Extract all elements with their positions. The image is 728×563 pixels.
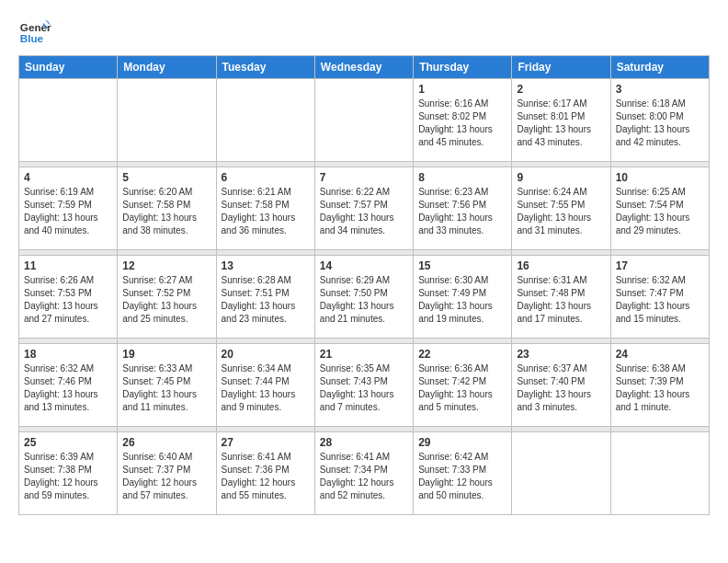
- day-info: Sunrise: 6:27 AM Sunset: 7:52 PM Dayligh…: [122, 274, 210, 326]
- day-info: Sunrise: 6:30 AM Sunset: 7:49 PM Dayligh…: [418, 274, 506, 326]
- day-info: Sunrise: 6:24 AM Sunset: 7:55 PM Dayligh…: [517, 186, 605, 237]
- day-info: Sunrise: 6:39 AM Sunset: 7:38 PM Dayligh…: [24, 451, 112, 502]
- day-cell: [216, 79, 314, 162]
- day-info: Sunrise: 6:16 AM Sunset: 8:02 PM Dayligh…: [418, 98, 506, 149]
- day-cell: 19Sunrise: 6:33 AM Sunset: 7:45 PM Dayli…: [118, 344, 216, 427]
- day-info: Sunrise: 6:29 AM Sunset: 7:50 PM Dayligh…: [320, 274, 408, 326]
- weekday-header-sunday: Sunday: [19, 56, 118, 79]
- day-info: Sunrise: 6:41 AM Sunset: 7:36 PM Dayligh…: [222, 451, 310, 502]
- day-info: Sunrise: 6:34 AM Sunset: 7:44 PM Dayligh…: [222, 362, 310, 414]
- day-info: Sunrise: 6:19 AM Sunset: 7:59 PM Dayligh…: [24, 186, 112, 237]
- day-number: 13: [222, 259, 310, 272]
- day-number: 11: [24, 259, 112, 272]
- day-cell: 4Sunrise: 6:19 AM Sunset: 7:59 PM Daylig…: [19, 167, 118, 250]
- day-info: Sunrise: 6:22 AM Sunset: 7:57 PM Dayligh…: [320, 186, 408, 237]
- day-info: Sunrise: 6:35 AM Sunset: 7:43 PM Dayligh…: [320, 362, 408, 414]
- day-cell: 13Sunrise: 6:28 AM Sunset: 7:51 PM Dayli…: [216, 256, 314, 339]
- day-cell: 14Sunrise: 6:29 AM Sunset: 7:50 PM Dayli…: [314, 256, 413, 339]
- day-number: 19: [122, 348, 210, 361]
- day-number: 15: [418, 259, 506, 272]
- day-cell: 5Sunrise: 6:20 AM Sunset: 7:58 PM Daylig…: [118, 167, 216, 250]
- logo-icon: General Blue: [18, 15, 51, 48]
- day-info: Sunrise: 6:42 AM Sunset: 7:33 PM Dayligh…: [418, 451, 506, 502]
- day-info: Sunrise: 6:32 AM Sunset: 7:47 PM Dayligh…: [616, 274, 704, 326]
- day-number: 18: [24, 348, 112, 361]
- weekday-header-thursday: Thursday: [414, 56, 512, 79]
- day-cell: 11Sunrise: 6:26 AM Sunset: 7:53 PM Dayli…: [19, 256, 118, 339]
- day-number: 24: [616, 348, 704, 361]
- day-number: 26: [122, 436, 210, 449]
- day-cell: 9Sunrise: 6:24 AM Sunset: 7:55 PM Daylig…: [512, 167, 610, 250]
- day-cell: [19, 79, 118, 162]
- day-cell: 2Sunrise: 6:17 AM Sunset: 8:01 PM Daylig…: [512, 79, 610, 162]
- day-number: 14: [320, 259, 408, 272]
- day-cell: 29Sunrise: 6:42 AM Sunset: 7:33 PM Dayli…: [414, 432, 512, 515]
- week-row-1: 4Sunrise: 6:19 AM Sunset: 7:59 PM Daylig…: [19, 167, 710, 250]
- day-info: Sunrise: 6:32 AM Sunset: 7:46 PM Dayligh…: [24, 362, 112, 414]
- weekday-header-wednesday: Wednesday: [314, 56, 413, 79]
- day-cell: 10Sunrise: 6:25 AM Sunset: 7:54 PM Dayli…: [610, 167, 709, 250]
- day-info: Sunrise: 6:37 AM Sunset: 7:40 PM Dayligh…: [517, 362, 605, 414]
- week-row-0: 1Sunrise: 6:16 AM Sunset: 8:02 PM Daylig…: [19, 79, 710, 162]
- day-info: Sunrise: 6:31 AM Sunset: 7:48 PM Dayligh…: [517, 274, 605, 326]
- day-number: 12: [122, 259, 210, 272]
- day-cell: 25Sunrise: 6:39 AM Sunset: 7:38 PM Dayli…: [19, 432, 118, 515]
- day-cell: [314, 79, 413, 162]
- day-number: 3: [616, 83, 704, 96]
- day-info: Sunrise: 6:18 AM Sunset: 8:00 PM Dayligh…: [616, 98, 704, 149]
- day-cell: 18Sunrise: 6:32 AM Sunset: 7:46 PM Dayli…: [19, 344, 118, 427]
- day-number: 7: [320, 171, 408, 184]
- day-cell: 26Sunrise: 6:40 AM Sunset: 7:37 PM Dayli…: [118, 432, 216, 515]
- weekday-header-monday: Monday: [118, 56, 216, 79]
- day-number: 16: [517, 259, 605, 272]
- day-number: 5: [122, 171, 210, 184]
- day-cell: 16Sunrise: 6:31 AM Sunset: 7:48 PM Dayli…: [512, 256, 610, 339]
- header: General Blue: [18, 15, 710, 48]
- day-info: Sunrise: 6:20 AM Sunset: 7:58 PM Dayligh…: [122, 186, 210, 237]
- day-cell: 6Sunrise: 6:21 AM Sunset: 7:58 PM Daylig…: [216, 167, 314, 250]
- day-cell: 15Sunrise: 6:30 AM Sunset: 7:49 PM Dayli…: [414, 256, 512, 339]
- day-cell: 28Sunrise: 6:41 AM Sunset: 7:34 PM Dayli…: [314, 432, 413, 515]
- day-cell: 12Sunrise: 6:27 AM Sunset: 7:52 PM Dayli…: [118, 256, 216, 339]
- day-number: 10: [616, 171, 704, 184]
- day-info: Sunrise: 6:26 AM Sunset: 7:53 PM Dayligh…: [24, 274, 112, 326]
- day-cell: 8Sunrise: 6:23 AM Sunset: 7:56 PM Daylig…: [414, 167, 512, 250]
- day-cell: 1Sunrise: 6:16 AM Sunset: 8:02 PM Daylig…: [414, 79, 512, 162]
- day-cell: 27Sunrise: 6:41 AM Sunset: 7:36 PM Dayli…: [216, 432, 314, 515]
- day-number: 28: [320, 436, 408, 449]
- day-cell: [512, 432, 610, 515]
- day-cell: 20Sunrise: 6:34 AM Sunset: 7:44 PM Dayli…: [216, 344, 314, 427]
- day-info: Sunrise: 6:28 AM Sunset: 7:51 PM Dayligh…: [222, 274, 310, 326]
- week-row-3: 18Sunrise: 6:32 AM Sunset: 7:46 PM Dayli…: [19, 344, 710, 427]
- day-cell: 3Sunrise: 6:18 AM Sunset: 8:00 PM Daylig…: [610, 79, 709, 162]
- day-cell: [610, 432, 709, 515]
- day-cell: 22Sunrise: 6:36 AM Sunset: 7:42 PM Dayli…: [414, 344, 512, 427]
- day-number: 1: [418, 83, 506, 96]
- day-cell: [118, 79, 216, 162]
- day-info: Sunrise: 6:36 AM Sunset: 7:42 PM Dayligh…: [418, 362, 506, 414]
- day-info: Sunrise: 6:25 AM Sunset: 7:54 PM Dayligh…: [616, 186, 704, 237]
- day-number: 23: [517, 348, 605, 361]
- day-number: 22: [418, 348, 506, 361]
- day-info: Sunrise: 6:40 AM Sunset: 7:37 PM Dayligh…: [122, 451, 210, 502]
- weekday-header-tuesday: Tuesday: [216, 56, 314, 79]
- day-cell: 23Sunrise: 6:37 AM Sunset: 7:40 PM Dayli…: [512, 344, 610, 427]
- weekday-header-row: SundayMondayTuesdayWednesdayThursdayFrid…: [19, 56, 710, 79]
- day-number: 17: [616, 259, 704, 272]
- day-info: Sunrise: 6:41 AM Sunset: 7:34 PM Dayligh…: [320, 451, 408, 502]
- week-row-4: 25Sunrise: 6:39 AM Sunset: 7:38 PM Dayli…: [19, 432, 710, 515]
- day-number: 29: [418, 436, 506, 449]
- day-info: Sunrise: 6:38 AM Sunset: 7:39 PM Dayligh…: [616, 362, 704, 414]
- calendar: SundayMondayTuesdayWednesdayThursdayFrid…: [18, 55, 710, 515]
- weekday-header-friday: Friday: [512, 56, 610, 79]
- day-cell: 7Sunrise: 6:22 AM Sunset: 7:57 PM Daylig…: [314, 167, 413, 250]
- day-number: 2: [517, 83, 605, 96]
- day-info: Sunrise: 6:23 AM Sunset: 7:56 PM Dayligh…: [418, 186, 506, 237]
- svg-text:Blue: Blue: [20, 32, 44, 44]
- day-cell: 21Sunrise: 6:35 AM Sunset: 7:43 PM Dayli…: [314, 344, 413, 427]
- day-number: 8: [418, 171, 506, 184]
- day-info: Sunrise: 6:33 AM Sunset: 7:45 PM Dayligh…: [122, 362, 210, 414]
- day-info: Sunrise: 6:21 AM Sunset: 7:58 PM Dayligh…: [222, 186, 310, 237]
- day-number: 27: [222, 436, 310, 449]
- week-row-2: 11Sunrise: 6:26 AM Sunset: 7:53 PM Dayli…: [19, 256, 710, 339]
